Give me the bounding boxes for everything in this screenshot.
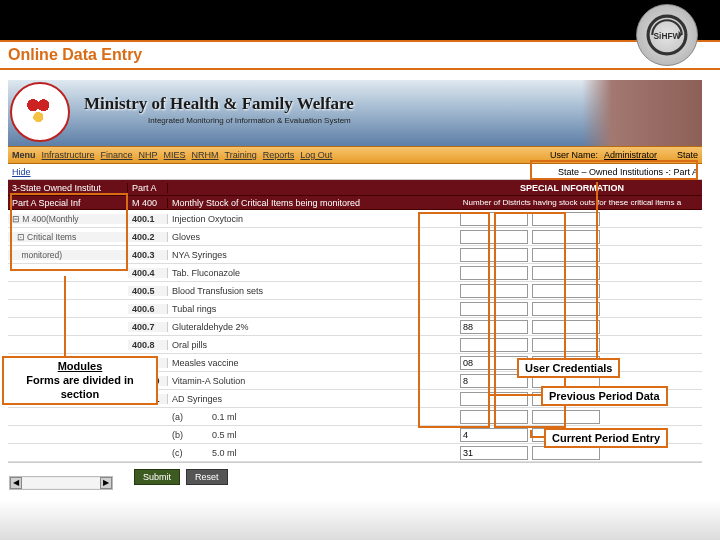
slide-title-strip: Online Data Entry <box>0 40 720 70</box>
footer-gradient <box>0 500 720 540</box>
line-curr-b <box>530 430 532 438</box>
reset-button[interactable]: Reset <box>186 469 228 485</box>
prev-input[interactable] <box>460 428 528 442</box>
m400-code: M 400 <box>128 198 168 208</box>
callout-modules-title: Modules <box>10 360 150 374</box>
row-desc: NYA Syringes <box>168 250 458 260</box>
table-subrow: (a)0.1 ml <box>8 408 702 426</box>
callout-modules-sub: Forms are divided in section <box>10 374 150 402</box>
subrow-desc: 5.0 ml <box>208 448 458 458</box>
row-code: 400.8 <box>128 340 168 350</box>
row-desc: Tab. Fluconazole <box>168 268 458 278</box>
curr-input[interactable] <box>532 284 600 298</box>
row-desc: Tubal rings <box>168 304 458 314</box>
prev-input[interactable] <box>460 302 528 316</box>
special-info-title: SPECIAL INFORMATION <box>446 183 698 193</box>
state-label: State <box>677 150 698 160</box>
m400-desc: Monthly Stock of Critical Items being mo… <box>168 198 442 208</box>
breadcrumb: State – Owned Institutions -: Part A <box>558 167 698 177</box>
menu-nrhm[interactable]: NRHM <box>192 150 219 160</box>
curr-input[interactable] <box>532 302 600 316</box>
row-code: 400.6 <box>128 304 168 314</box>
prev-input[interactable] <box>460 212 528 226</box>
curr-input[interactable] <box>532 230 600 244</box>
slide-title: Online Data Entry <box>8 46 712 64</box>
hide-link[interactable]: Hide <box>12 167 31 177</box>
tree-section: 3-State Owned Institut <box>8 183 128 193</box>
row-desc: Injection Oxytocin <box>168 214 458 224</box>
tree-child2: monitored) <box>12 250 62 260</box>
curr-input[interactable] <box>532 212 600 226</box>
ministry-subtitle: Integrated Monitoring of Information & E… <box>148 116 351 125</box>
curr-input[interactable] <box>532 410 600 424</box>
prev-input[interactable] <box>460 230 528 244</box>
menu-infrastructure[interactable]: Infrastructure <box>42 150 95 160</box>
curr-input[interactable] <box>532 320 600 334</box>
row-desc: Vitamin-A Solution <box>168 376 458 386</box>
scroll-right-icon[interactable]: ▶ <box>100 477 112 489</box>
prev-input[interactable] <box>460 338 528 352</box>
menu-logout[interactable]: Log Out <box>300 150 332 160</box>
tree-child[interactable]: ⊡ Critical Items <box>12 232 76 242</box>
submit-button[interactable]: Submit <box>134 469 180 485</box>
callout-user-credentials: User Credentials <box>517 358 620 378</box>
slide-black-bar <box>0 0 720 40</box>
menu-reports[interactable]: Reports <box>263 150 295 160</box>
callout-current-period: Current Period Entry <box>544 428 668 448</box>
user-name: Administrator <box>604 150 657 160</box>
tree-cell: ⊟ M 400(Monthly <box>8 214 128 224</box>
tree-cell: monitored) <box>8 250 128 260</box>
row-desc: Measles vaccine <box>168 358 458 368</box>
curr-input[interactable] <box>532 338 600 352</box>
row-code: 400.2 <box>128 232 168 242</box>
line-user-cred <box>596 182 598 358</box>
menu-mies[interactable]: MIES <box>164 150 186 160</box>
callout-modules: Modules Forms are divided in section <box>2 356 158 405</box>
row-desc: Gloves <box>168 232 458 242</box>
row-desc: Oral pills <box>168 340 458 350</box>
subrow-desc: 0.1 ml <box>208 412 458 422</box>
banner-photo <box>582 80 702 146</box>
tree-scroll[interactable]: ◀ ▶ <box>9 476 113 490</box>
prev-input[interactable] <box>460 266 528 280</box>
menu-nhp[interactable]: NHP <box>139 150 158 160</box>
row-desc: Blood Transfusion sets <box>168 286 458 296</box>
user-label: User Name: <box>550 150 598 160</box>
part-a-code: Part A <box>128 183 168 193</box>
row-code: 400.4 <box>128 268 168 278</box>
row-code: 400.7 <box>128 322 168 332</box>
row-code: 400.1 <box>128 214 168 224</box>
menu-label: Menu <box>12 150 36 160</box>
scroll-left-icon[interactable]: ◀ <box>10 477 22 489</box>
svg-text:SiHFW: SiHFW <box>654 31 681 41</box>
prev-input[interactable] <box>460 284 528 298</box>
callout-previous-period: Previous Period Data <box>541 386 668 406</box>
row-code: 400.5 <box>128 286 168 296</box>
curr-input[interactable] <box>532 266 600 280</box>
subrow-desc: 0.5 ml <box>208 430 458 440</box>
row-desc: AD Syringes <box>168 394 458 404</box>
row-desc: Gluteraldehyde 2% <box>168 322 458 332</box>
special-info: SPECIAL INFORMATION <box>442 183 702 193</box>
app-banner: Ministry of Health & Family Welfare Inte… <box>8 80 702 146</box>
special-info-sub: Number of Districts having stock outs fo… <box>442 198 702 207</box>
prev-input[interactable] <box>460 248 528 262</box>
sihfw-logo: SiHFW <box>636 4 698 66</box>
sub-strip: Hide State – Owned Institutions -: Part … <box>8 164 702 180</box>
prev-input[interactable] <box>460 320 528 334</box>
prev-input[interactable] <box>460 446 528 460</box>
menu-finance[interactable]: Finance <box>101 150 133 160</box>
menu-training[interactable]: Training <box>225 150 257 160</box>
tree-root[interactable]: ⊟ M 400(Monthly <box>12 214 79 224</box>
ministry-title: Ministry of Health & Family Welfare <box>84 94 354 114</box>
row-code: 400.3 <box>128 250 168 260</box>
line-prev <box>488 394 542 396</box>
curr-input[interactable] <box>532 248 600 262</box>
nrhm-badge-icon <box>10 82 70 142</box>
line-curr-a <box>530 436 544 438</box>
line-modules <box>64 276 66 356</box>
tree-cell: ⊡ Critical Items <box>8 232 128 242</box>
prev-input[interactable] <box>460 410 528 424</box>
tree-section2: Part A Special Inf <box>8 198 128 208</box>
main-menu: Menu Infrastructure Finance NHP MIES NRH… <box>8 146 702 164</box>
